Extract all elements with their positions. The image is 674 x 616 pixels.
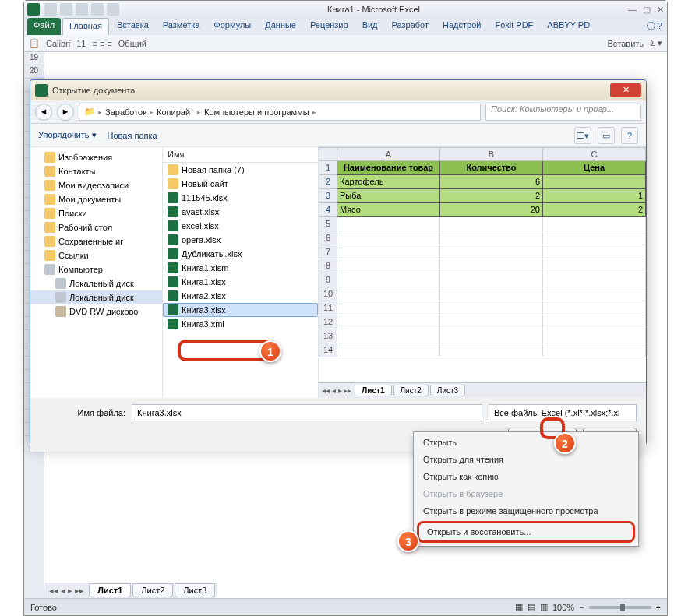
folder-icon bbox=[44, 194, 55, 205]
breadcrumb[interactable]: 📁 ▸ Заработок ▸ Копирайт ▸ Компьютеры и … bbox=[79, 104, 481, 121]
save-icon[interactable] bbox=[44, 3, 57, 16]
dialog-close-button[interactable]: ✕ bbox=[610, 83, 641, 97]
breadcrumb-item[interactable]: Компьютеры и программы bbox=[204, 107, 309, 117]
font-name[interactable]: Calibri bbox=[46, 39, 70, 48]
tab-foxit[interactable]: Foxit PDF bbox=[489, 18, 539, 35]
qat-icon[interactable] bbox=[107, 3, 119, 16]
folder-icon bbox=[44, 208, 55, 219]
tree-node[interactable]: Сохраненные иг bbox=[30, 234, 162, 248]
file-item[interactable]: Книга3.xlsx bbox=[163, 303, 318, 317]
search-input[interactable]: Поиск: Компьютеры и прогр... bbox=[485, 104, 641, 121]
menu-open-recover[interactable]: Открыть и восстановить... bbox=[417, 521, 635, 543]
tree-node[interactable]: DVD RW дисково bbox=[30, 304, 162, 319]
tab-home[interactable]: Главная bbox=[62, 18, 109, 35]
zoom-level[interactable]: 100% bbox=[552, 603, 574, 612]
file-item[interactable]: 111545.xlsx bbox=[163, 191, 318, 205]
open-dropdown-menu: Открыть Открыть для чтения Открыть как к… bbox=[413, 431, 639, 547]
tree-node[interactable]: Изображения bbox=[30, 150, 162, 164]
file-item[interactable]: avast.xlsx bbox=[163, 205, 318, 219]
file-item[interactable]: Новая папка (7) bbox=[163, 163, 318, 177]
folder-tree[interactable]: ИзображенияКонтактыМои видеозаписиМои до… bbox=[30, 147, 163, 398]
file-item[interactable]: excel.xlsx bbox=[163, 219, 318, 233]
tab-review[interactable]: Рецензир bbox=[304, 18, 355, 35]
sheet-nav[interactable]: ◂◂ ◂ ▸ ▸▸ bbox=[44, 586, 89, 596]
sheet-tab-1[interactable]: Лист1 bbox=[89, 583, 131, 597]
close-icon[interactable]: ✕ bbox=[657, 5, 664, 15]
file-item[interactable]: Книга1.xlsx bbox=[163, 275, 318, 289]
organize-button[interactable]: Упорядочить ▾ bbox=[38, 130, 97, 140]
qat-icon[interactable] bbox=[91, 3, 104, 16]
view-break-icon[interactable]: ▥ bbox=[540, 602, 548, 612]
file-item[interactable]: Книга2.xlsx bbox=[163, 289, 318, 303]
tab-view[interactable]: Вид bbox=[356, 18, 384, 35]
tree-node[interactable]: Мои документы bbox=[30, 192, 162, 206]
zoom-out-icon[interactable]: − bbox=[579, 603, 584, 612]
insert-cells[interactable]: Вставить bbox=[608, 39, 644, 48]
sheet-tab-2[interactable]: Лист2 bbox=[132, 583, 173, 597]
quick-access-toolbar[interactable] bbox=[44, 3, 119, 16]
file-item[interactable]: Книга1.xlsm bbox=[163, 261, 318, 275]
tree-node[interactable]: Локальный диск bbox=[30, 290, 162, 304]
menu-open-readonly[interactable]: Открыть для чтения bbox=[415, 451, 637, 468]
tree-node[interactable]: Мои видеозаписи bbox=[30, 178, 162, 192]
menu-open-copy[interactable]: Открыть как копию bbox=[415, 468, 637, 485]
menu-open-protected[interactable]: Открыть в режиме защищенного просмотра bbox=[415, 502, 637, 519]
preview-sheet-1[interactable]: Лист1 bbox=[355, 385, 391, 396]
view-mode-button[interactable]: ☰▾ bbox=[574, 127, 591, 144]
forward-button[interactable]: ► bbox=[57, 104, 74, 121]
tab-insert[interactable]: Вставка bbox=[111, 18, 155, 35]
tab-abbyy[interactable]: ABBYY PD bbox=[541, 18, 596, 35]
help-button[interactable]: ? bbox=[621, 127, 638, 144]
tree-node[interactable]: Локальный диск bbox=[30, 276, 162, 290]
paste-button[interactable]: 📋 bbox=[29, 38, 40, 48]
preview-sheet-2[interactable]: Лист2 bbox=[393, 385, 429, 396]
sum-icon[interactable]: Σ ▾ bbox=[650, 38, 662, 48]
tree-node[interactable]: Поиски bbox=[30, 206, 162, 220]
tree-node[interactable]: Рабочий стол bbox=[30, 220, 162, 234]
file-list[interactable]: Имя Новая папка (7)Новый сайт111545.xlsx… bbox=[163, 147, 319, 398]
help-icon[interactable]: ⓘ ? bbox=[642, 18, 667, 35]
maximize-icon[interactable]: ▢ bbox=[643, 5, 651, 15]
breadcrumb-item[interactable]: Копирайт bbox=[157, 107, 194, 117]
preview-pane-button[interactable]: ▭ bbox=[598, 127, 615, 144]
view-layout-icon[interactable]: ▤ bbox=[528, 602, 535, 612]
align-group[interactable]: ≡ ≡ ≡ bbox=[92, 39, 111, 48]
back-button[interactable]: ◄ bbox=[35, 104, 52, 121]
sheet-tab-3[interactable]: Лист3 bbox=[175, 583, 215, 597]
tab-data[interactable]: Данные bbox=[259, 18, 302, 35]
file-item[interactable]: Дубликаты.xlsx bbox=[163, 247, 318, 261]
tree-node[interactable]: Контакты bbox=[30, 164, 162, 178]
ribbon-tabs: Файл Главная Вставка Разметка Формулы Да… bbox=[24, 18, 667, 35]
file-name: Новый сайт bbox=[182, 179, 228, 188]
menu-open[interactable]: Открыть bbox=[415, 434, 637, 451]
tree-label: Поиски bbox=[58, 209, 87, 218]
file-item[interactable]: Новый сайт bbox=[163, 177, 318, 191]
file-item[interactable]: Книга3.xml bbox=[163, 317, 318, 331]
tree-node[interactable]: Компьютер bbox=[30, 262, 162, 276]
zoom-slider[interactable] bbox=[589, 606, 651, 609]
filetype-filter[interactable]: Все файлы Excel (*.xl*;*.xlsx;*.xl bbox=[489, 404, 637, 421]
tab-formulas[interactable]: Формулы bbox=[207, 18, 257, 35]
tab-developer[interactable]: Разработ bbox=[386, 18, 435, 35]
number-format[interactable]: Общий bbox=[118, 39, 146, 48]
tab-file[interactable]: Файл bbox=[27, 18, 61, 35]
tree-node[interactable]: Ссылки bbox=[30, 248, 162, 262]
new-folder-button[interactable]: Новая папка bbox=[108, 131, 157, 140]
redo-icon[interactable] bbox=[76, 3, 88, 16]
sheet-nav-icon[interactable]: ◂◂ ◂ ▸ ▸▸ bbox=[319, 386, 355, 395]
tab-addons[interactable]: Надстрой bbox=[436, 18, 487, 35]
preview-sheet-3[interactable]: Лист3 bbox=[430, 385, 465, 396]
font-size[interactable]: 11 bbox=[76, 39, 86, 48]
callout-1: 1 bbox=[259, 340, 281, 362]
minimize-icon[interactable]: — bbox=[628, 5, 637, 15]
breadcrumb-item[interactable]: Заработок bbox=[105, 107, 146, 117]
tab-layout[interactable]: Разметка bbox=[157, 18, 206, 35]
view-normal-icon[interactable]: ▦ bbox=[515, 602, 523, 612]
zoom-in-icon[interactable]: + bbox=[656, 603, 661, 612]
file-item[interactable]: opera.xlsx bbox=[163, 233, 318, 247]
window-buttons: — ▢ ✕ bbox=[628, 5, 664, 15]
filename-input[interactable]: Книга3.xlsx bbox=[132, 404, 482, 421]
column-header-name[interactable]: Имя bbox=[163, 147, 318, 163]
preview-empty-row: 7 bbox=[319, 245, 646, 259]
undo-icon[interactable] bbox=[60, 3, 72, 16]
